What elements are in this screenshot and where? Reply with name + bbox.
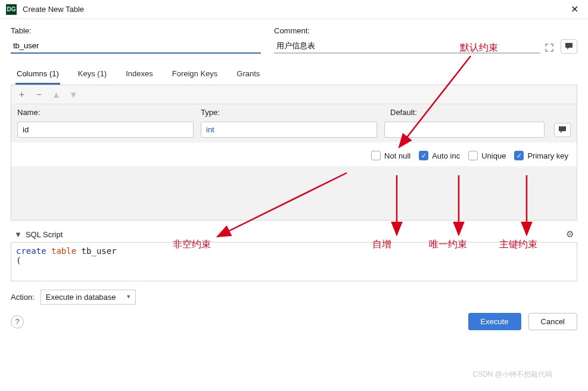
- watermark: CSDN @小钟不想敲代码: [472, 370, 552, 380]
- auto-inc-checkbox[interactable]: ✓: [419, 151, 428, 160]
- move-up-icon[interactable]: ▲: [52, 89, 61, 100]
- add-column-icon[interactable]: ＋: [17, 89, 26, 100]
- sql-script-editor[interactable]: create table tb_user (: [11, 242, 577, 281]
- annotation-default: 默认约束: [460, 42, 498, 54]
- comment-label: Comment:: [274, 26, 577, 35]
- primary-key-checkbox[interactable]: ✓: [514, 151, 524, 160]
- tab-columns[interactable]: Columns (1): [15, 67, 60, 85]
- tab-indexes[interactable]: Indexes: [125, 67, 154, 85]
- default-header: Default:: [390, 108, 571, 117]
- name-header: Name:: [17, 108, 201, 117]
- column-default-input[interactable]: [384, 122, 545, 138]
- table-label: Table:: [11, 26, 261, 35]
- execute-button[interactable]: Execute: [468, 313, 521, 330]
- table-name-input[interactable]: [11, 38, 261, 54]
- expand-icon[interactable]: [545, 44, 553, 54]
- auto-inc-label: Auto inc: [432, 151, 460, 160]
- annotation-unique: 唯一约束: [429, 238, 467, 251]
- help-icon[interactable]: ?: [11, 315, 24, 328]
- column-name-input[interactable]: [17, 122, 194, 138]
- annotation-primary-key: 主键约束: [499, 238, 537, 251]
- annotation-auto-inc: 自增: [372, 238, 391, 251]
- move-down-icon[interactable]: ▼: [69, 89, 78, 100]
- remove-column-icon[interactable]: －: [35, 89, 43, 100]
- tab-grants[interactable]: Grants: [235, 67, 261, 85]
- close-icon[interactable]: ✕: [567, 4, 582, 15]
- primary-key-label: Primary key: [527, 151, 568, 160]
- app-icon: DG: [6, 4, 17, 15]
- sql-script-toggle-icon[interactable]: ▼: [14, 230, 22, 239]
- tab-keys[interactable]: Keys (1): [77, 67, 108, 85]
- tab-foreign-keys[interactable]: Foreign Keys: [171, 67, 219, 85]
- gear-icon[interactable]: ⚙: [566, 229, 574, 240]
- window-title: Create New Table: [23, 5, 567, 14]
- cancel-button[interactable]: Cancel: [528, 313, 577, 330]
- action-dropdown[interactable]: Execute in database: [41, 290, 136, 305]
- sql-script-label: SQL Script: [26, 230, 63, 239]
- action-label: Action:: [11, 293, 35, 302]
- unique-checkbox[interactable]: [468, 151, 478, 160]
- comment-input[interactable]: [274, 38, 540, 54]
- unique-label: Unique: [481, 151, 506, 160]
- not-null-checkbox[interactable]: [371, 151, 381, 160]
- default-edit-button[interactable]: [554, 123, 571, 137]
- annotation-not-null: 非空约束: [173, 238, 211, 251]
- comment-edit-button[interactable]: [561, 39, 577, 54]
- column-type-input[interactable]: [201, 122, 377, 138]
- type-header: Type:: [201, 108, 390, 117]
- not-null-label: Not null: [384, 151, 410, 160]
